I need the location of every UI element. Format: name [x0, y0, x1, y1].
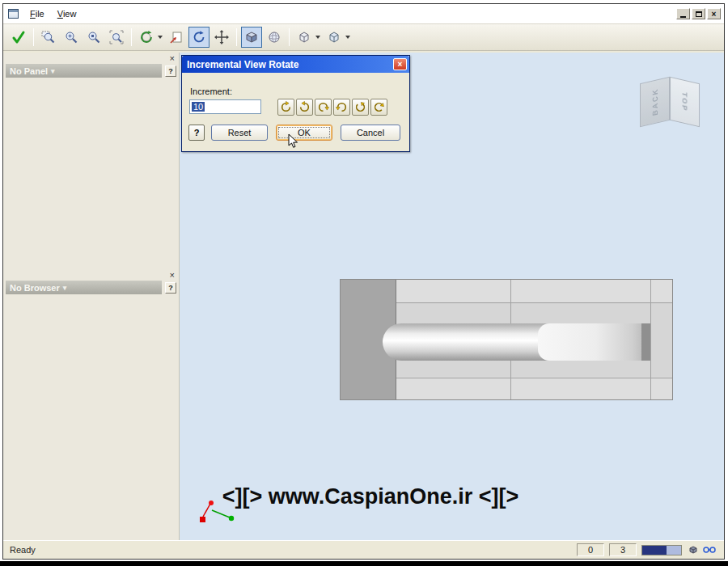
rotate-view-button[interactable]: [188, 27, 210, 48]
rotate-up-button[interactable]: [277, 99, 294, 116]
progress-rest: [667, 546, 681, 555]
view-cube-top-face[interactable]: TOP: [670, 77, 700, 128]
maximize-button[interactable]: [692, 8, 705, 19]
rotate-view-icon: [192, 30, 206, 44]
incremental-view-rotate-dialog: Incremental View Rotate × Increment: 10: [181, 55, 410, 152]
projection-mode-button[interactable]: [324, 27, 345, 48]
part-edge-line: [396, 378, 672, 378]
look-at-icon: [169, 30, 184, 44]
panel-header-row: No Panel ▾ ?: [3, 64, 179, 78]
orbit-dropdown-icon[interactable]: [158, 36, 163, 39]
rotate-up-icon: [280, 101, 292, 113]
menu-bar: File View ×: [3, 4, 724, 23]
chevron-down-icon: ▾: [51, 67, 55, 75]
rotate-button-row: [277, 99, 387, 116]
dialog-close-button[interactable]: ×: [393, 58, 407, 70]
toolbar-separator: [236, 28, 237, 46]
pan-button[interactable]: [211, 27, 232, 48]
rotate-right-icon: [336, 101, 348, 113]
app-icon: [8, 9, 19, 19]
view-cube-mode-button[interactable]: [294, 27, 315, 48]
cad-part[interactable]: [340, 279, 673, 400]
panel-title: No Panel: [10, 66, 48, 76]
browser-title-bar[interactable]: No Browser ▾: [6, 281, 162, 294]
letterbox-bar: [0, 561, 728, 566]
view-cube-top-label: TOP: [681, 91, 689, 113]
glasses-icon[interactable]: [703, 546, 716, 554]
dialog-title: Incremental View Rotate: [187, 59, 299, 70]
wireframe-sphere-icon: [267, 30, 281, 44]
cube-icon: [297, 30, 311, 44]
browser-body: [3, 294, 179, 540]
cancel-button[interactable]: Cancel: [341, 125, 400, 141]
look-at-button[interactable]: [166, 27, 187, 48]
part-edge-line: [650, 280, 651, 399]
progress-fill: [642, 546, 667, 555]
chevron-down-icon: ▾: [63, 284, 67, 292]
view-cube-mode-group: [293, 27, 323, 48]
panel-title-bar[interactable]: No Panel ▾: [6, 64, 162, 78]
close-button[interactable]: ×: [707, 8, 721, 19]
origin-axes-icon: [197, 499, 236, 526]
ok-button[interactable]: OK: [276, 125, 332, 141]
mouse-cursor: [288, 133, 298, 149]
zoom-selected-icon: [87, 30, 101, 44]
projection-cube-icon: [327, 30, 341, 44]
window-controls: ×: [676, 8, 721, 19]
minimize-button[interactable]: [676, 8, 690, 19]
rotate-ccw-icon: [352, 99, 369, 116]
part-shaft-section: [538, 323, 643, 361]
panel-close-icon[interactable]: ×: [170, 54, 175, 62]
rotate-down-button[interactable]: [296, 99, 313, 116]
rotate-left-button[interactable]: [315, 99, 332, 116]
wireframe-display-button[interactable]: [264, 27, 285, 48]
reset-button[interactable]: Reset: [211, 125, 268, 141]
increment-input[interactable]: 10: [189, 99, 261, 114]
zoom-all-icon: [109, 30, 124, 44]
rotate-cw-icon: [370, 99, 387, 116]
menu-view[interactable]: View: [51, 6, 83, 21]
orbit-group: [135, 27, 165, 48]
browser-close-icon[interactable]: ×: [170, 271, 175, 279]
graphics-viewport[interactable]: Incremental View Rotate × Increment: 10: [180, 53, 724, 540]
browser-header-row: No Browser ▾ ?: [3, 281, 179, 294]
panel-close-row: ×: [3, 53, 179, 64]
status-bar: Ready 0 3: [3, 540, 724, 559]
panel-pane: × No Panel ▾ ?: [3, 53, 179, 269]
panel-help-button[interactable]: ?: [165, 65, 176, 77]
dialog-help-button[interactable]: ?: [188, 125, 205, 141]
toolbar-separator: [289, 28, 290, 46]
projection-dropdown-icon[interactable]: [345, 36, 350, 39]
shaded-display-button[interactable]: [241, 27, 262, 48]
view-cube-dropdown-icon[interactable]: [315, 36, 320, 39]
rotate-down-icon: [298, 101, 311, 113]
part-shaft-cap: [641, 323, 650, 361]
toolbar: [3, 23, 724, 51]
check-icon: [11, 30, 26, 44]
zoom-selected-button[interactable]: [83, 27, 104, 48]
zoom-button[interactable]: [61, 27, 82, 48]
orbit-button[interactable]: [136, 27, 157, 48]
cube-status-icon[interactable]: [688, 545, 698, 555]
sidebar: × No Panel ▾ ? × No Browser: [3, 53, 180, 540]
menu-file[interactable]: File: [23, 6, 51, 21]
view-cube-back-label: BACK: [651, 87, 659, 116]
rotate-cw-button[interactable]: [370, 99, 387, 116]
increment-label: Increment:: [190, 87, 232, 96]
browser-help-button[interactable]: ?: [165, 282, 176, 294]
zoom-window-button[interactable]: [38, 27, 59, 48]
toolbar-separator: [33, 28, 34, 46]
toolbar-separator: [131, 28, 132, 46]
minimize-icon: [680, 16, 686, 18]
dialog-title-bar[interactable]: Incremental View Rotate ×: [182, 56, 409, 73]
view-cube[interactable]: BACK TOP: [640, 77, 701, 130]
rotate-ccw-button[interactable]: [352, 99, 369, 116]
rotate-right-button[interactable]: [333, 99, 350, 116]
shaded-cube-icon: [244, 30, 259, 44]
increment-value: 10: [192, 102, 205, 112]
zoom-all-button[interactable]: [106, 27, 127, 48]
confirm-button[interactable]: [8, 27, 29, 48]
main-area: × No Panel ▾ ? × No Browser: [3, 53, 724, 540]
view-cube-back-face[interactable]: BACK: [640, 77, 670, 128]
orbit-icon: [139, 30, 154, 44]
